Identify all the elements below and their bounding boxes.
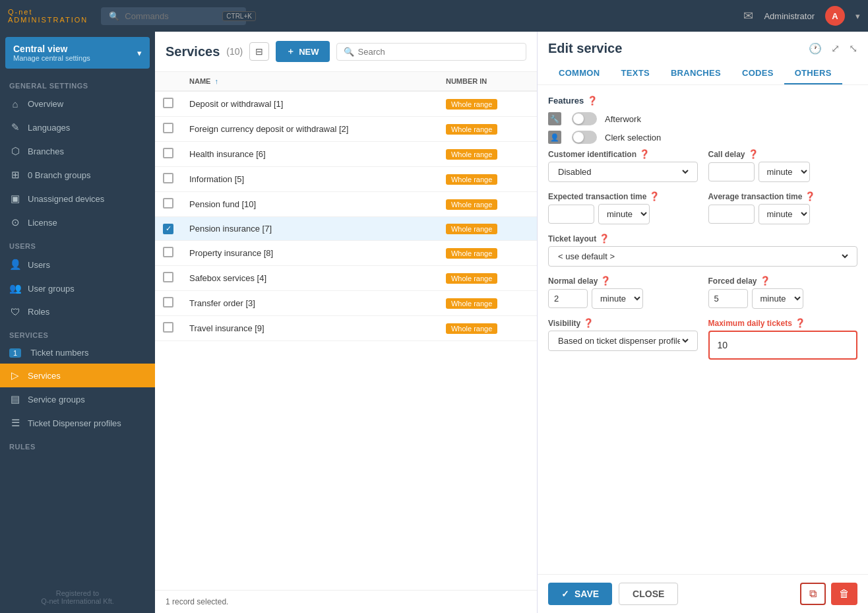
table-row[interactable]: Safebox services [4] Whole range xyxy=(155,265,537,290)
sidebar-item-service-groups[interactable]: ▤ Service groups xyxy=(0,387,155,411)
ticket-layout-dropdown[interactable]: < use default > xyxy=(555,251,850,262)
avatar[interactable]: A xyxy=(825,6,845,26)
row-checkbox-cell[interactable]: ✓ xyxy=(155,217,181,241)
max-daily-tickets-input[interactable] xyxy=(715,337,852,353)
sidebar-item-users[interactable]: 👤 Users xyxy=(0,253,155,276)
search-wrap[interactable]: 🔍 xyxy=(336,43,526,61)
delete-button[interactable]: 🗑 xyxy=(831,583,857,605)
customer-id-dropdown[interactable]: Disabled xyxy=(555,166,691,177)
table-row[interactable]: Information [5] Whole range xyxy=(155,167,537,192)
chevron-down-icon[interactable]: ▾ xyxy=(855,11,860,21)
forced-delay-unit[interactable]: minute xyxy=(752,288,803,309)
table-row[interactable]: Deposit or withdrawal [1] Whole range xyxy=(155,91,537,117)
sidebar-item-roles[interactable]: 🛡 Roles xyxy=(0,300,155,323)
row-checkbox[interactable] xyxy=(163,148,173,158)
avg-time-value[interactable] xyxy=(708,205,755,224)
visibility-dropdown[interactable]: Based on ticket dispenser profile xyxy=(555,335,691,346)
row-checkbox[interactable] xyxy=(163,247,173,257)
avg-time-unit[interactable]: minute xyxy=(759,204,810,224)
copy-button[interactable]: ⧉ xyxy=(800,583,826,605)
visibility-select[interactable]: Based on ticket dispenser profile xyxy=(548,331,698,351)
sidebar-item-overview[interactable]: ⌂ Overview xyxy=(0,92,155,115)
sidebar-item-branches[interactable]: ⬡ Branches xyxy=(0,139,155,163)
forced-delay-help-icon[interactable]: ❓ xyxy=(760,276,770,286)
central-view-button[interactable]: Central view Manage central settings ▾ xyxy=(5,37,150,69)
row-checkbox[interactable] xyxy=(163,297,173,307)
row-checkbox[interactable] xyxy=(163,322,173,333)
row-checkbox[interactable] xyxy=(163,198,173,209)
tab-texts[interactable]: TEXTS xyxy=(610,63,660,84)
command-search[interactable]: 🔍 CTRL+K xyxy=(101,7,246,25)
service-search-input[interactable] xyxy=(358,47,519,57)
call-delay-help-icon[interactable]: ❓ xyxy=(748,149,759,159)
table-row[interactable]: Property insurance [8] Whole range xyxy=(155,240,537,265)
row-checkbox-cell[interactable] xyxy=(155,290,181,315)
row-checkbox[interactable] xyxy=(163,98,173,108)
tab-branches[interactable]: BRANCHES xyxy=(660,63,731,84)
expand-icon[interactable]: ⤡ xyxy=(849,42,857,55)
tab-codes[interactable]: CODES xyxy=(731,63,784,84)
expected-time-value[interactable] xyxy=(548,205,594,224)
row-checkbox-cell[interactable] xyxy=(155,315,181,340)
history-icon[interactable]: 🕐 xyxy=(809,42,822,55)
table-row[interactable]: Pension fund [10] Whole range xyxy=(155,192,537,217)
sidebar-item-user-groups[interactable]: 👥 User groups xyxy=(0,276,155,300)
row-checkbox-cell[interactable] xyxy=(155,91,181,117)
tab-common[interactable]: COMMON xyxy=(548,63,610,84)
search-input[interactable] xyxy=(125,11,217,21)
tab-others[interactable]: OTHERS xyxy=(784,63,842,84)
row-checkbox-cell[interactable] xyxy=(155,142,181,167)
afterwork-label: Afterwork xyxy=(605,114,641,124)
sidebar-item-license[interactable]: ⊙ License xyxy=(0,210,155,234)
row-checkbox-cell[interactable] xyxy=(155,265,181,290)
clerk-toggle[interactable] xyxy=(572,131,597,144)
close-button[interactable]: CLOSE xyxy=(619,583,678,605)
customer-id-help-icon[interactable]: ❓ xyxy=(639,149,650,159)
row-checkbox[interactable] xyxy=(163,272,173,282)
forced-delay-value[interactable] xyxy=(708,289,748,308)
row-checkbox[interactable] xyxy=(163,123,173,133)
filter-button[interactable]: ⊟ xyxy=(249,42,269,61)
row-checkbox[interactable] xyxy=(163,173,173,183)
save-button[interactable]: ✓ SAVE xyxy=(548,583,612,605)
max-daily-help-icon[interactable]: ❓ xyxy=(795,318,805,328)
sidebar-item-branch-groups[interactable]: ⊞ 0 Branch groups xyxy=(0,163,155,187)
expected-time-help-icon[interactable]: ❓ xyxy=(649,191,660,201)
afterwork-toggle[interactable] xyxy=(572,112,597,125)
sidebar-item-ticket-numbers[interactable]: 1 Ticket numbers xyxy=(0,342,155,364)
customer-id-select[interactable]: Disabled xyxy=(548,162,698,182)
roles-icon: 🛡 xyxy=(9,306,21,317)
col-name[interactable]: NAME ↑ xyxy=(181,72,438,91)
table-row[interactable]: Transfer order [3] Whole range xyxy=(155,290,537,315)
share-icon[interactable]: ⤢ xyxy=(831,42,840,55)
mail-icon[interactable]: ✉ xyxy=(743,9,753,23)
call-delay-value[interactable] xyxy=(708,162,755,181)
ticket-layout-help-icon[interactable]: ❓ xyxy=(599,234,609,243)
visibility-help-icon[interactable]: ❓ xyxy=(583,318,594,328)
normal-delay-value[interactable] xyxy=(548,289,588,308)
new-button[interactable]: ＋ NEW xyxy=(276,41,329,62)
ticket-layout-select[interactable]: < use default > xyxy=(548,246,857,267)
call-delay-unit[interactable]: minute xyxy=(759,162,810,182)
sidebar-item-ticket-dispenser[interactable]: ☰ Ticket Dispenser profiles xyxy=(0,411,155,435)
row-badge: Whole range xyxy=(446,224,497,234)
table-row[interactable]: ✓ Pension insurance [7] Whole range xyxy=(155,217,537,241)
normal-delay-help-icon[interactable]: ❓ xyxy=(600,276,611,286)
table-row[interactable]: Foreign currency deposit or withdrawal [… xyxy=(155,117,537,142)
sidebar-item-services[interactable]: ▷ Services xyxy=(0,364,155,387)
normal-delay-unit[interactable]: minute xyxy=(592,288,643,309)
sidebar-item-languages[interactable]: ✎ Languages xyxy=(0,115,155,139)
table-row[interactable]: Health insurance [6] Whole range xyxy=(155,142,537,167)
row-checkbox-cell[interactable] xyxy=(155,117,181,142)
features-help-icon[interactable]: ❓ xyxy=(587,96,598,106)
row-checkbox[interactable]: ✓ xyxy=(163,224,173,234)
afterwork-icon: 🔧 xyxy=(548,112,561,125)
row-checkbox-cell[interactable] xyxy=(155,240,181,265)
sidebar-item-unassigned-devices[interactable]: ▣ Unassigned devices xyxy=(0,187,155,210)
avg-time-help-icon[interactable]: ❓ xyxy=(805,191,815,201)
table-row[interactable]: Travel insurance [9] Whole range xyxy=(155,315,537,340)
col-number-in[interactable]: NUMBER IN xyxy=(438,72,537,91)
row-checkbox-cell[interactable] xyxy=(155,167,181,192)
row-checkbox-cell[interactable] xyxy=(155,192,181,217)
expected-time-unit[interactable]: minute xyxy=(598,204,650,224)
